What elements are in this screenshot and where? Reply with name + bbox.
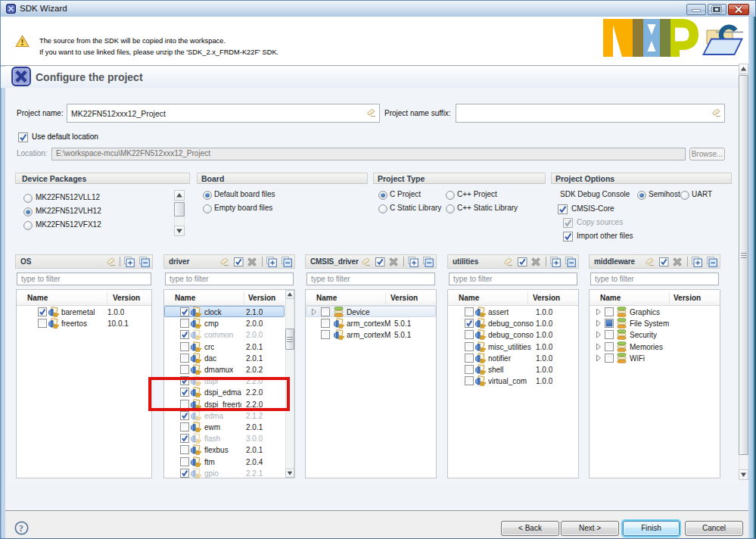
svg-text:?: ? <box>19 523 23 534</box>
